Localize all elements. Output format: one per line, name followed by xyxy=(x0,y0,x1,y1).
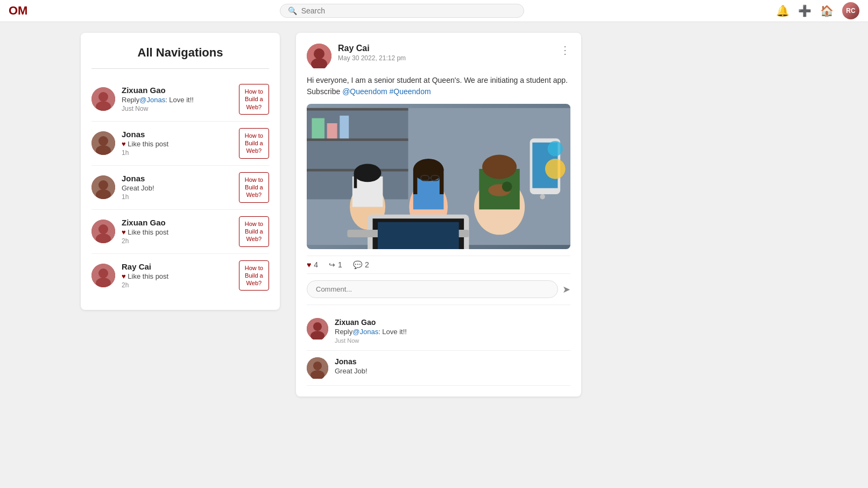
nav-item-content: Jonas Great Job! 1h xyxy=(122,174,232,201)
comment-text: Reply@Jonas: Love it!! xyxy=(335,328,570,336)
likes-count: 4 xyxy=(314,260,318,269)
svg-point-4 xyxy=(98,136,108,146)
nav-item-text: Reply@Jonas: Love it!! xyxy=(122,96,232,104)
post-menu-icon[interactable]: ⋮ xyxy=(560,44,570,56)
svg-point-10 xyxy=(98,224,108,234)
post-author-info: Ray Cai May 30 2022, 21:12 pm xyxy=(338,44,553,62)
list-item: Ray Cai ♥ Like this post 2h How toBuild … xyxy=(91,254,269,298)
svg-rect-23 xyxy=(312,118,324,139)
comment-text: Great Job! xyxy=(335,367,570,375)
svg-point-54 xyxy=(545,159,566,179)
nav-item-content: Zixuan Gao ♥ Like this post 2h xyxy=(122,218,232,245)
comment-time: Just Now xyxy=(335,337,570,344)
nav-item-content: Zixuan Gao Reply@Jonas: Love it!! Just N… xyxy=(122,86,232,112)
nav-item-time: 2h xyxy=(122,237,232,245)
post-body: Hi everyone, I am a senior student at Qu… xyxy=(307,75,570,97)
nav-item-time: 1h xyxy=(122,149,232,157)
nav-item-name: Jonas xyxy=(122,130,232,139)
svg-rect-36 xyxy=(440,169,444,194)
svg-point-45 xyxy=(502,181,512,192)
svg-rect-30 xyxy=(354,173,357,188)
home-icon[interactable]: 🏠 xyxy=(820,4,834,17)
list-item: Jonas Great Job! 1h How toBuild aWeb? xyxy=(91,166,269,210)
svg-point-7 xyxy=(98,180,108,190)
svg-point-29 xyxy=(354,164,382,182)
post-stats: ♥ 4 ↪ 1 💬 2 xyxy=(307,256,570,274)
post-image xyxy=(307,104,570,249)
comment-item: Zixuan Gao Reply@Jonas: Love it!! Just N… xyxy=(307,312,570,351)
user-avatar[interactable]: RC xyxy=(842,2,859,19)
list-item: Zixuan Gao Reply@Jonas: Love it!! Just N… xyxy=(91,77,269,122)
nav-item-text: Great Job! xyxy=(122,184,232,192)
comment-icon: 💬 xyxy=(353,260,362,269)
nav-item-name: Ray Cai xyxy=(122,262,232,271)
svg-rect-21 xyxy=(307,138,408,141)
bell-icon[interactable]: 🔔 xyxy=(776,4,789,17)
left-panel: All Navigations Zixuan Gao Reply@Jonas: … xyxy=(0,22,285,488)
nav-divider xyxy=(91,68,269,69)
comments-stat[interactable]: 💬 2 xyxy=(353,260,369,269)
svg-rect-25 xyxy=(340,116,349,138)
nav-item-name: Jonas xyxy=(122,174,232,183)
svg-rect-50 xyxy=(378,222,459,249)
how-to-build-button[interactable]: How toBuild aWeb? xyxy=(239,172,269,203)
comment-author: Jonas xyxy=(335,357,570,366)
send-icon[interactable]: ➤ xyxy=(562,284,570,295)
svg-point-55 xyxy=(548,141,563,156)
avatar xyxy=(91,131,115,155)
how-to-build-button[interactable]: How toBuild aWeb? xyxy=(239,216,269,247)
comment-input-row: ➤ xyxy=(307,280,570,305)
nav-item-time: 2h xyxy=(122,281,232,289)
comment-content: Zixuan Gao Reply@Jonas: Love it!! Just N… xyxy=(335,318,570,344)
nav-card-title: All Navigations xyxy=(91,46,269,60)
svg-point-60 xyxy=(313,362,322,370)
shares-stat[interactable]: ↪ 1 xyxy=(329,260,342,269)
list-item: Zixuan Gao ♥ Like this post 2h How toBui… xyxy=(91,210,269,254)
post-card: Ray Cai May 30 2022, 21:12 pm ⋮ Hi every… xyxy=(296,33,581,397)
topnav: OM 🔍 🔔 ➕ 🏠 RC xyxy=(0,0,868,22)
heart-icon: ♥ xyxy=(307,260,311,269)
logo: OM xyxy=(9,4,27,18)
nav-item-name: Zixuan Gao xyxy=(122,86,232,95)
post-author-name: Ray Cai xyxy=(338,44,553,53)
nav-card: All Navigations Zixuan Gao Reply@Jonas: … xyxy=(81,33,280,310)
plus-icon[interactable]: ➕ xyxy=(798,4,811,17)
comment-content: Jonas Great Job! xyxy=(335,357,570,375)
svg-rect-24 xyxy=(327,123,337,138)
post-timestamp: May 30 2022, 21:12 pm xyxy=(338,54,553,62)
how-to-build-button[interactable]: How toBuild aWeb? xyxy=(239,84,269,115)
svg-rect-20 xyxy=(307,108,408,111)
avatar xyxy=(91,87,115,111)
search-input[interactable] xyxy=(301,6,516,15)
nav-item-text: ♥ Like this post xyxy=(122,140,232,148)
how-to-build-button[interactable]: How toBuild aWeb? xyxy=(239,128,269,159)
avatar xyxy=(91,175,115,199)
list-item: Jonas ♥ Like this post 1h How toBuild aW… xyxy=(91,122,269,166)
comment-avatar xyxy=(307,357,328,379)
search-icon: 🔍 xyxy=(288,6,297,15)
topnav-icons: 🔔 ➕ 🏠 RC xyxy=(776,2,859,19)
likes-stat[interactable]: ♥ 4 xyxy=(307,260,318,269)
nav-item-name: Zixuan Gao xyxy=(122,218,232,227)
how-to-build-button[interactable]: How toBuild aWeb? xyxy=(239,260,269,291)
svg-point-43 xyxy=(482,154,517,179)
post-author-avatar xyxy=(307,44,331,68)
comment-avatar xyxy=(307,318,328,340)
main-layout: All Navigations Zixuan Gao Reply@Jonas: … xyxy=(0,22,868,488)
svg-rect-35 xyxy=(413,169,418,194)
share-icon: ↪ xyxy=(329,260,335,269)
search-bar[interactable]: 🔍 xyxy=(280,4,524,18)
comment-author: Zixuan Gao xyxy=(335,318,570,327)
svg-point-57 xyxy=(313,322,322,331)
nav-item-content: Ray Cai ♥ Like this post 2h xyxy=(122,262,232,289)
nav-item-text: ♥ Like this post xyxy=(122,272,232,280)
nav-item-time: Just Now xyxy=(122,105,232,112)
nav-item-text: ♥ Like this post xyxy=(122,228,232,236)
right-panel: Ray Cai May 30 2022, 21:12 pm ⋮ Hi every… xyxy=(285,22,868,488)
avatar xyxy=(91,220,115,243)
nav-item-time: 1h xyxy=(122,193,232,201)
shares-count: 1 xyxy=(338,260,342,269)
svg-point-16 xyxy=(314,48,324,59)
comment-input[interactable] xyxy=(307,280,558,298)
comments-count: 2 xyxy=(365,260,369,269)
